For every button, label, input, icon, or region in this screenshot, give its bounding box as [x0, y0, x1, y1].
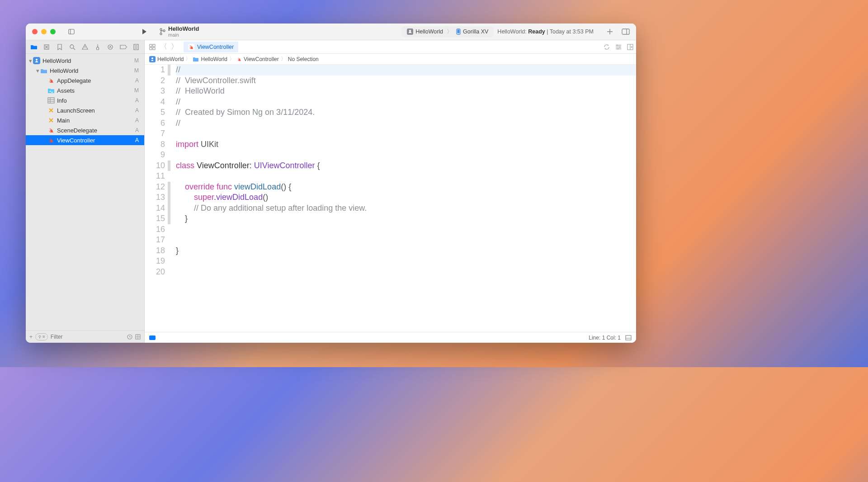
file-label: Assets: [57, 87, 134, 94]
titlebar: HelloWorld main HelloWorld 〉 Gorilla XV …: [26, 24, 636, 40]
editor-statusbar: Line: 1 Col: 1: [145, 332, 636, 343]
tree-file-scenedelegate[interactable]: SceneDelegateA: [26, 125, 144, 135]
file-scm-status: A: [135, 127, 139, 133]
svg-rect-32: [153, 44, 155, 47]
svg-point-25: [39, 336, 41, 337]
breakpoint-indicator-icon[interactable]: [149, 336, 156, 340]
filter-scope-toggle[interactable]: ≡: [35, 333, 48, 340]
cursor-position: Line: 1 Col: 1: [589, 335, 621, 341]
file-scm-status: M: [134, 87, 139, 94]
zoom-window-button[interactable]: [50, 29, 56, 34]
project-icon: [149, 56, 156, 62]
add-editor-button[interactable]: [627, 44, 633, 50]
svg-rect-0: [69, 29, 74, 34]
svg-point-39: [617, 44, 618, 46]
tree-file-assets[interactable]: AssetsM: [26, 85, 144, 95]
file-scm-status: A: [135, 107, 139, 113]
code-content[interactable]: // // ViewController.swift // HelloWorld…: [170, 65, 636, 332]
svg-rect-8: [622, 29, 629, 34]
editor-tab[interactable]: ViewController: [184, 42, 238, 52]
swift-file-icon: [47, 127, 55, 134]
adjust-editor-button[interactable]: [615, 44, 622, 50]
branch-icon: [159, 28, 165, 35]
nav-back-button[interactable]: 〈: [159, 42, 168, 52]
tab-label: ViewController: [197, 44, 234, 50]
tree-project-root[interactable]: ▾ HelloWorld M: [26, 56, 144, 66]
svg-point-3: [160, 33, 162, 35]
svg-point-2: [160, 28, 162, 30]
svg-point-14: [108, 45, 113, 49]
swift-file-icon: [236, 57, 242, 62]
file-label: SceneDelegate: [57, 127, 135, 134]
tree-file-launchscreen[interactable]: LaunchScreenA: [26, 105, 144, 115]
scheme-device: Gorilla XV: [463, 28, 488, 35]
storyboard-file-icon: [47, 117, 55, 124]
chevron-down-icon[interactable]: ▾: [35, 67, 40, 74]
close-window-button[interactable]: [32, 29, 38, 34]
tree-file-viewcontroller[interactable]: ViewControllerA: [26, 135, 144, 145]
file-label: LaunchScreen: [57, 107, 135, 114]
report-navigator-tab[interactable]: [131, 44, 141, 50]
add-file-button[interactable]: +: [29, 334, 33, 340]
sync-editor-button[interactable]: [604, 44, 610, 50]
add-button[interactable]: [606, 28, 613, 35]
svg-rect-34: [153, 47, 155, 50]
scheme-project-title[interactable]: HelloWorld main: [168, 26, 199, 38]
tree-file-appdelegate[interactable]: AppDelegateA: [26, 76, 144, 85]
toggle-debug-area-button[interactable]: [625, 335, 632, 340]
run-button[interactable]: [137, 25, 151, 38]
issue-navigator-tab[interactable]: [80, 44, 90, 50]
assets-file-icon: [47, 87, 55, 94]
scheme-target: HelloWorld: [415, 28, 443, 35]
svg-rect-21: [48, 98, 54, 103]
find-navigator-tab[interactable]: [67, 44, 77, 50]
source-control-navigator-tab[interactable]: [42, 44, 52, 50]
minimize-window-button[interactable]: [41, 29, 47, 34]
tree-file-main[interactable]: MainA: [26, 115, 144, 125]
traffic-lights: [32, 29, 56, 34]
project-name: HelloWorld: [168, 26, 199, 32]
editor-tabbar: 〈 〉 ViewController: [145, 40, 636, 54]
tree-file-info[interactable]: InfoA: [26, 95, 144, 105]
svg-rect-19: [33, 57, 40, 64]
crumb-selection[interactable]: No Selection: [288, 56, 319, 62]
svg-point-20: [50, 91, 51, 92]
library-button[interactable]: [622, 28, 630, 35]
bookmark-navigator-tab[interactable]: [55, 44, 65, 50]
project-icon: [33, 57, 40, 64]
storyboard-file-icon: [47, 107, 55, 114]
toggle-navigator-button[interactable]: [66, 27, 77, 36]
recent-filter-button[interactable]: [127, 334, 132, 340]
folder-icon: [40, 67, 47, 74]
project-navigator-tab[interactable]: [29, 44, 39, 50]
branch-name: main: [168, 32, 199, 38]
jump-bar[interactable]: HelloWorld 〉 HelloWorld 〉 ViewController…: [145, 54, 636, 65]
scm-filter-button[interactable]: [135, 334, 141, 340]
chevron-down-icon[interactable]: ▾: [28, 57, 33, 64]
navigator-sidebar: ▾ HelloWorld M ▾ HelloWorld M AppDelegat…: [26, 40, 145, 343]
nav-forward-button[interactable]: 〉: [170, 42, 179, 52]
tree-group-folder[interactable]: ▾ HelloWorld M: [26, 66, 144, 76]
crumb-group[interactable]: HelloWorld: [201, 56, 227, 62]
svg-point-4: [163, 30, 165, 32]
crumb-file[interactable]: ViewController: [244, 56, 279, 62]
swift-file-icon: [47, 77, 55, 84]
svg-point-11: [70, 45, 74, 48]
breakpoint-navigator-tab[interactable]: [118, 45, 128, 49]
crumb-project[interactable]: HelloWorld: [157, 56, 184, 62]
device-icon: [456, 28, 461, 35]
source-editor[interactable]: 1234567891011121314151617181920 // // Vi…: [145, 65, 636, 332]
svg-rect-7: [458, 30, 460, 33]
filter-input[interactable]: [51, 334, 124, 340]
swift-file-icon: [47, 137, 55, 144]
svg-rect-31: [150, 44, 152, 47]
debug-navigator-tab[interactable]: [105, 44, 115, 50]
file-label: Info: [57, 97, 135, 104]
scheme-separator-icon: 〉: [447, 28, 453, 36]
scheme-selector[interactable]: HelloWorld 〉 Gorilla XV: [401, 26, 494, 37]
related-items-button[interactable]: [147, 44, 157, 50]
file-scm-status: A: [135, 137, 139, 143]
file-scm-status: A: [135, 77, 139, 84]
test-navigator-tab[interactable]: [93, 44, 103, 50]
file-label: AppDelegate: [57, 77, 135, 84]
